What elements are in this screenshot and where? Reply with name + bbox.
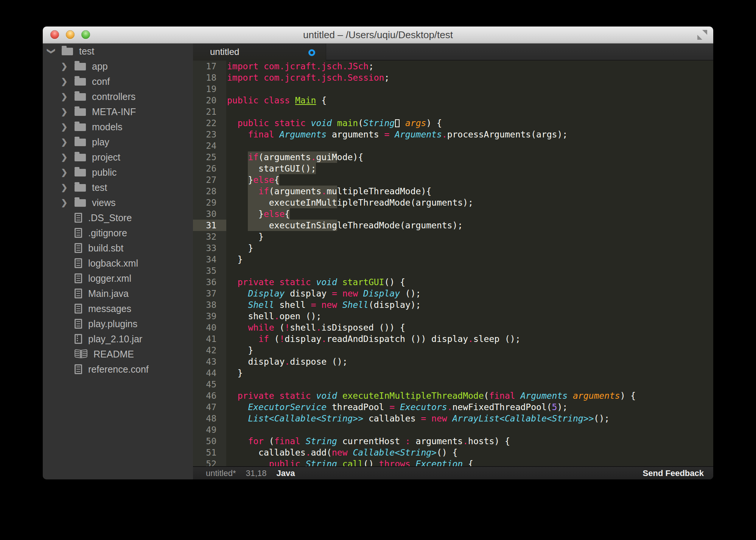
code-line-37[interactable]: 37 Display display = new Display (); bbox=[193, 288, 713, 299]
line-number[interactable]: 28 bbox=[193, 186, 226, 197]
code-line-17[interactable]: 17import com.jcraft.jsch.JSch; bbox=[193, 61, 713, 72]
code-line-38[interactable]: 38 Shell shell = new Shell(display); bbox=[193, 299, 713, 311]
code-line-42[interactable]: 42 } bbox=[193, 345, 713, 356]
code-line-50[interactable]: 50 for (final String currentHost : argum… bbox=[193, 435, 713, 447]
line-number[interactable]: 32 bbox=[193, 231, 226, 242]
line-number[interactable]: 33 bbox=[193, 242, 226, 254]
code-line-48[interactable]: 48 List<Callable<String>> callables = ne… bbox=[193, 413, 713, 424]
tree-item-conf[interactable]: ❯conf bbox=[43, 74, 193, 89]
tree-item-models[interactable]: ❯models bbox=[43, 119, 193, 134]
code-line-40[interactable]: 40 while (!shell.isDisposed ()) { bbox=[193, 322, 713, 333]
tree-item-controllers[interactable]: ❯controllers bbox=[43, 89, 193, 104]
status-syntax-mode[interactable]: Java bbox=[277, 468, 295, 478]
code-line-36[interactable]: 36 private static void startGUI() { bbox=[193, 276, 713, 288]
code-line-23[interactable]: 23 final Arguments arguments = Arguments… bbox=[193, 129, 713, 140]
code-line-19[interactable]: 19 bbox=[193, 83, 713, 95]
tree-item-.gitignore[interactable]: .gitignore bbox=[43, 225, 193, 240]
line-number[interactable]: 24 bbox=[193, 140, 226, 151]
line-number[interactable]: 40 bbox=[193, 322, 226, 333]
chevron-right-icon[interactable]: ❯ bbox=[61, 137, 75, 147]
title-bar[interactable]: untitled – /Users/uqiu/Desktop/test bbox=[43, 27, 713, 44]
tree-item-build.sbt[interactable]: build.sbt bbox=[43, 240, 193, 256]
line-number[interactable]: 49 bbox=[193, 424, 226, 435]
fullscreen-icon[interactable] bbox=[697, 30, 707, 40]
line-number[interactable]: 22 bbox=[193, 117, 226, 129]
code-line-45[interactable]: 45 bbox=[193, 379, 713, 390]
tree-item-Main.java[interactable]: Main.java bbox=[43, 286, 193, 301]
tree-item-project[interactable]: ❯project bbox=[43, 150, 193, 165]
line-number[interactable]: 47 bbox=[193, 401, 226, 413]
line-number[interactable]: 35 bbox=[193, 265, 226, 276]
code-line-51[interactable]: 51 callables.add(new Callable<String>() … bbox=[193, 447, 713, 458]
code-line-18[interactable]: 18import com.jcraft.jsch.Session; bbox=[193, 72, 713, 83]
chevron-right-icon[interactable]: ❯ bbox=[61, 183, 75, 192]
line-number[interactable]: 31 bbox=[193, 220, 226, 231]
code-line-21[interactable]: 21 bbox=[193, 106, 713, 117]
line-number[interactable]: 48 bbox=[193, 413, 226, 424]
line-number[interactable]: 30 bbox=[193, 208, 226, 220]
line-number[interactable]: 38 bbox=[193, 299, 226, 311]
tree-item-.DS_Store[interactable]: .DS_Store bbox=[43, 210, 193, 225]
code-line-43[interactable]: 43 display.dispose (); bbox=[193, 356, 713, 367]
code-line-41[interactable]: 41 if (!display.readAndDispatch ()) disp… bbox=[193, 333, 713, 345]
chevron-down-icon[interactable]: ❯ bbox=[48, 47, 62, 56]
line-number[interactable]: 50 bbox=[193, 435, 226, 447]
code-line-22[interactable]: 22 public static void main(String args) … bbox=[193, 117, 713, 129]
code-line-26[interactable]: 26 startGUI(); bbox=[193, 163, 713, 174]
line-number[interactable]: 20 bbox=[193, 95, 226, 106]
tree-item-META-INF[interactable]: ❯META-INF bbox=[43, 104, 193, 119]
code-line-27[interactable]: 27 }else{ bbox=[193, 174, 713, 186]
code-line-46[interactable]: 46 private static void executeInMultiple… bbox=[193, 390, 713, 401]
code-line-34[interactable]: 34 } bbox=[193, 254, 713, 265]
tab-untitled[interactable]: untitled bbox=[193, 44, 326, 61]
tree-item-reference.conf[interactable]: reference.conf bbox=[43, 362, 193, 377]
tree-item-test[interactable]: ❯test bbox=[43, 44, 193, 59]
line-number[interactable]: 46 bbox=[193, 390, 226, 401]
code-line-28[interactable]: 28 if(arguments.multipleThreadMode){ bbox=[193, 186, 713, 197]
code-line-29[interactable]: 29 executeInMultipleThreadMode(arguments… bbox=[193, 197, 713, 208]
line-number[interactable]: 17 bbox=[193, 61, 226, 72]
line-number[interactable]: 21 bbox=[193, 106, 226, 117]
code-line-30[interactable]: 30 }else{ bbox=[193, 208, 713, 220]
line-number[interactable]: 29 bbox=[193, 197, 226, 208]
line-number[interactable]: 34 bbox=[193, 254, 226, 265]
code-line-52[interactable]: 52 public String call() throws Exception… bbox=[193, 458, 713, 466]
tree-item-play[interactable]: ❯play bbox=[43, 134, 193, 150]
tree-item-messages[interactable]: messages bbox=[43, 301, 193, 316]
code-line-33[interactable]: 33 } bbox=[193, 242, 713, 254]
tree-item-logback.xml[interactable]: logback.xml bbox=[43, 256, 193, 271]
tree-item-app[interactable]: ❯app bbox=[43, 59, 193, 74]
tree-item-views[interactable]: ❯views bbox=[43, 195, 193, 210]
chevron-right-icon[interactable]: ❯ bbox=[61, 153, 75, 162]
line-number[interactable]: 52 bbox=[193, 458, 226, 466]
code-line-39[interactable]: 39 shell.open (); bbox=[193, 311, 713, 322]
code-line-35[interactable]: 35 bbox=[193, 265, 713, 276]
line-number[interactable]: 43 bbox=[193, 356, 226, 367]
line-number[interactable]: 23 bbox=[193, 129, 226, 140]
line-number[interactable]: 25 bbox=[193, 151, 226, 163]
tree-item-public[interactable]: ❯public bbox=[43, 165, 193, 180]
line-number[interactable]: 41 bbox=[193, 333, 226, 345]
line-number[interactable]: 36 bbox=[193, 276, 226, 288]
line-number[interactable]: 19 bbox=[193, 83, 226, 95]
tree-item-play_2.10.jar[interactable]: play_2.10.jar bbox=[43, 331, 193, 346]
tree-item-README[interactable]: README bbox=[43, 346, 193, 362]
tree-item-logger.xml[interactable]: logger.xml bbox=[43, 271, 193, 286]
tree-item-test[interactable]: ❯test bbox=[43, 180, 193, 195]
line-number[interactable]: 44 bbox=[193, 367, 226, 379]
line-number[interactable]: 18 bbox=[193, 72, 226, 83]
chevron-right-icon[interactable]: ❯ bbox=[61, 122, 75, 131]
line-number[interactable]: 26 bbox=[193, 163, 226, 174]
code-line-31[interactable]: 31 executeInSingleThreadMode(arguments); bbox=[193, 220, 713, 231]
chevron-right-icon[interactable]: ❯ bbox=[61, 168, 75, 177]
line-number[interactable]: 42 bbox=[193, 345, 226, 356]
chevron-right-icon[interactable]: ❯ bbox=[61, 77, 75, 86]
line-number[interactable]: 39 bbox=[193, 311, 226, 322]
code-line-47[interactable]: 47 ExecutorService threadPool = Executor… bbox=[193, 401, 713, 413]
chevron-right-icon[interactable]: ❯ bbox=[61, 198, 75, 207]
code-line-25[interactable]: 25 if(arguments.guiMode){ bbox=[193, 151, 713, 163]
line-number[interactable]: 37 bbox=[193, 288, 226, 299]
code-line-24[interactable]: 24 bbox=[193, 140, 713, 151]
line-number[interactable]: 45 bbox=[193, 379, 226, 390]
line-number[interactable]: 51 bbox=[193, 447, 226, 458]
